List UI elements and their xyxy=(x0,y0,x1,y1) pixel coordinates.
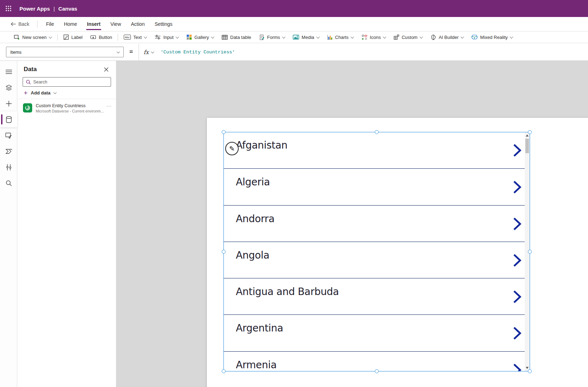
menu-file[interactable]: File xyxy=(41,17,59,31)
media-menu[interactable]: Media xyxy=(289,31,323,43)
menu-settings[interactable]: Settings xyxy=(150,17,177,31)
chevron-down-icon xyxy=(151,50,154,53)
back-button[interactable]: Back xyxy=(11,17,34,31)
chevron-down-icon xyxy=(53,91,57,94)
scrollbar-thumb[interactable] xyxy=(525,139,529,153)
menu-separator xyxy=(37,21,37,28)
formula-input[interactable]: 'Custom Entity Countriess' xyxy=(161,50,235,55)
forms-menu[interactable]: Forms xyxy=(255,31,289,43)
data-source-texts: Custom Entity Countriess Microsoft Datav… xyxy=(36,103,104,114)
equals-sign: = xyxy=(129,48,133,56)
gallery-item-title: Afganistan xyxy=(236,139,287,151)
close-icon[interactable] xyxy=(103,66,110,73)
rail-advanced-tools-icon[interactable] xyxy=(0,159,17,175)
next-arrow-icon[interactable] xyxy=(513,180,522,194)
resize-handle-top-center[interactable] xyxy=(375,130,379,134)
menu-view[interactable]: View xyxy=(105,17,126,31)
back-arrow-icon xyxy=(11,22,16,26)
ai-builder-menu[interactable]: AI Builder xyxy=(426,31,467,43)
gallery-item-title: Algeria xyxy=(236,176,270,188)
property-selector-value: Items xyxy=(10,50,22,55)
gallery-row[interactable]: Antigua and Barbuda xyxy=(223,278,530,314)
resize-handle-top-right[interactable] xyxy=(528,130,532,134)
rail-data-icon[interactable] xyxy=(0,111,17,127)
next-arrow-icon[interactable] xyxy=(513,143,522,157)
resize-handle-middle-left[interactable] xyxy=(222,250,226,254)
new-screen-icon xyxy=(14,34,20,40)
resize-handle-top-left[interactable] xyxy=(222,130,226,134)
scroll-down-icon[interactable] xyxy=(526,367,529,369)
chevron-down-icon xyxy=(510,35,513,39)
rail-insert-icon[interactable] xyxy=(0,96,17,111)
rail-menu-icon[interactable] xyxy=(0,64,17,80)
search-icon xyxy=(26,80,31,85)
gallery-row[interactable]: Algeria xyxy=(223,168,530,205)
search-input[interactable] xyxy=(33,80,108,85)
next-arrow-icon[interactable] xyxy=(513,326,522,340)
gallery-row[interactable]: Armenia xyxy=(223,351,530,371)
button-button[interactable]: Button xyxy=(86,31,116,43)
add-data-button[interactable]: + Add data xyxy=(17,87,116,99)
chevron-down-icon xyxy=(144,35,147,39)
gallery-row[interactable]: Angola xyxy=(223,242,530,278)
fx-dropdown[interactable]: fx xyxy=(139,44,158,60)
input-menu[interactable]: Input xyxy=(151,31,182,43)
ai-builder-icon xyxy=(430,34,436,40)
search-box xyxy=(23,77,111,87)
menu-action[interactable]: Action xyxy=(126,17,150,31)
data-source-description: Microsoft Dataverse - Current environm..… xyxy=(36,109,104,114)
app-screen[interactable]: Afganistan Algeria Andorra Angola xyxy=(207,118,588,387)
rail-power-automate-icon[interactable] xyxy=(0,143,17,159)
app-title: Power Apps xyxy=(19,6,50,12)
next-arrow-icon[interactable] xyxy=(513,363,522,371)
chevron-down-icon xyxy=(48,35,52,39)
back-label: Back xyxy=(18,21,29,27)
scroll-up-icon[interactable] xyxy=(526,134,529,137)
next-arrow-icon[interactable] xyxy=(513,290,522,304)
gallery-row[interactable]: Afganistan xyxy=(223,132,530,168)
chevron-down-icon xyxy=(419,35,423,39)
more-options-button[interactable]: ... xyxy=(106,103,112,108)
resize-handle-bottom-right[interactable] xyxy=(528,369,532,373)
text-icon: Abc xyxy=(124,35,131,40)
media-icon xyxy=(293,35,299,40)
countries-gallery[interactable]: Afganistan Algeria Andorra Angola xyxy=(223,132,530,371)
plus-icon: + xyxy=(24,91,28,96)
waffle-menu-icon[interactable] xyxy=(5,5,12,12)
forms-icon xyxy=(259,34,264,40)
data-source-row[interactable]: Custom Entity Countriess Microsoft Datav… xyxy=(17,99,116,117)
custom-menu[interactable]: Custom xyxy=(390,31,426,43)
text-menu[interactable]: Abc Text xyxy=(120,31,151,43)
chevron-down-icon xyxy=(461,35,464,39)
resize-handle-bottom-left[interactable] xyxy=(222,369,226,373)
workspace: Data + Add data xyxy=(0,61,588,387)
resize-handle-middle-right[interactable] xyxy=(528,250,532,254)
rail-tree-view-icon[interactable] xyxy=(0,80,17,96)
icons-menu[interactable]: Icons xyxy=(357,31,390,43)
left-rail xyxy=(0,61,17,387)
rail-search-icon[interactable] xyxy=(0,175,17,191)
gallery-row[interactable]: Argentina xyxy=(223,314,530,351)
next-arrow-icon[interactable] xyxy=(513,253,522,267)
chevron-down-icon xyxy=(316,35,320,39)
charts-menu[interactable]: Charts xyxy=(323,31,357,43)
gallery-row[interactable]: Andorra xyxy=(223,205,530,242)
gallery-menu[interactable]: Gallery xyxy=(182,31,218,43)
menu-insert[interactable]: Insert xyxy=(82,17,105,31)
data-source-name: Custom Entity Countriess xyxy=(36,103,104,109)
canvas-background: Afganistan Algeria Andorra Angola xyxy=(116,61,588,387)
edit-pencil-icon[interactable]: ✎ xyxy=(225,142,239,155)
next-arrow-icon[interactable] xyxy=(513,217,522,231)
property-selector[interactable]: Items xyxy=(6,47,124,57)
new-screen-button[interactable]: New screen xyxy=(10,31,56,43)
mixed-reality-menu[interactable]: Mixed Reality xyxy=(467,31,517,43)
label-button[interactable]: Label xyxy=(59,31,87,43)
resize-handle-bottom-center[interactable] xyxy=(375,369,379,373)
input-icon xyxy=(155,35,161,40)
button-icon xyxy=(90,34,96,40)
data-table-button[interactable]: Data table xyxy=(218,31,255,43)
dataverse-icon xyxy=(23,103,32,112)
menu-home[interactable]: Home xyxy=(59,17,82,31)
rail-media-icon[interactable] xyxy=(0,127,17,143)
gallery-item-title: Angola xyxy=(236,249,269,261)
